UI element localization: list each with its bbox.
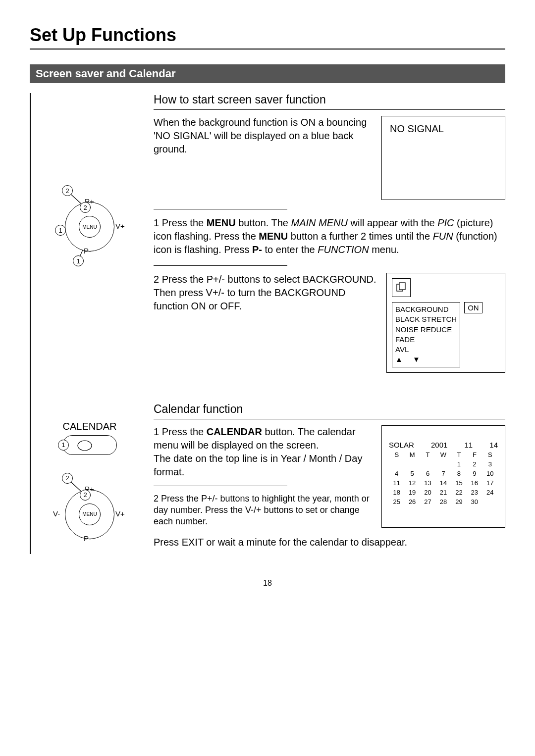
s1-m1: button. The bbox=[236, 217, 291, 228]
calendar-grid: SMTWTFS123456789101112131415161718192021… bbox=[389, 451, 498, 507]
function-menu-screen: BACKGROUND BLACK STRETCH NOISE REDUCE FA… bbox=[386, 273, 505, 373]
cal-day-cell: 25 bbox=[389, 498, 404, 505]
v-plus-label: V+ bbox=[115, 222, 125, 230]
cal-solar: SOLAR bbox=[389, 441, 414, 449]
s1-m2: will appear with the bbox=[348, 217, 437, 228]
cal-day-cell: 4 bbox=[389, 470, 404, 477]
s1-mm: MAIN MENU bbox=[291, 217, 348, 228]
cal-day-cell: 15 bbox=[451, 479, 467, 487]
no-signal-screen: NO SIGNAL bbox=[381, 116, 505, 200]
cal-day-cell: 21 bbox=[435, 489, 451, 496]
calendar-screen: SOLAR 2001 11 14 SMTWTFS1234567891011121… bbox=[381, 425, 505, 528]
menu-item-avl: AVL bbox=[395, 345, 457, 354]
cal-day-cell: 17 bbox=[482, 479, 498, 487]
cal-dow-cell: W bbox=[435, 451, 451, 458]
screensaver-intro: When the background function is ON a bou… bbox=[154, 116, 373, 200]
cal-day: 14 bbox=[489, 441, 498, 449]
calendar-button-diagram: 1 bbox=[62, 435, 117, 455]
s1-pre: 1 Press the bbox=[154, 217, 207, 228]
screensaver-step1: 1 Press the MENU button. The MAIN MENU w… bbox=[154, 216, 505, 256]
no-signal-text: NO SIGNAL bbox=[390, 123, 444, 134]
s1-menu: MENU bbox=[207, 217, 236, 228]
remote-diagram-bottom: MENU P+ P- V+ V- 2 2 bbox=[55, 470, 124, 554]
svg-point-3 bbox=[78, 441, 92, 451]
cal-day-cell: 29 bbox=[451, 498, 467, 505]
cal-day-cell: 22 bbox=[451, 489, 467, 496]
p-minus-label: P- bbox=[84, 247, 91, 255]
cal-day-cell: 19 bbox=[404, 489, 420, 496]
menu-item-fade: FADE bbox=[395, 335, 457, 345]
s1-end: menu. bbox=[369, 244, 399, 255]
remote-diagram-top: MENU P+ P- V+ 2 2 1 1 bbox=[55, 182, 124, 271]
cal-day-cell bbox=[404, 460, 420, 468]
cal-day-cell bbox=[482, 498, 498, 505]
left-column: MENU P+ P- V+ 2 2 1 1 CALENDAR 1 MENU P+… bbox=[30, 93, 144, 554]
calendar-step2: 2 Press the P+/- buttons to highlight th… bbox=[154, 493, 373, 528]
cal-day-cell: 30 bbox=[467, 498, 482, 505]
menu-button: MENU bbox=[79, 216, 101, 238]
cal-day-cell: 12 bbox=[404, 479, 420, 487]
divider-2 bbox=[154, 265, 287, 266]
main-layout: MENU P+ P- V+ 2 2 1 1 CALENDAR 1 MENU P+… bbox=[30, 93, 505, 554]
screensaver-heading: How to start screen saver function bbox=[154, 93, 505, 110]
callout-cal-1: 1 bbox=[58, 440, 69, 451]
calendar-label: CALENDAR bbox=[36, 421, 144, 432]
callout-2d: 2 bbox=[80, 490, 91, 501]
page-title: Set Up Functions bbox=[30, 25, 505, 50]
menu-arrows: ▲ ▼ bbox=[395, 354, 457, 364]
cal-day-cell: 20 bbox=[420, 489, 435, 496]
cal-year: 2001 bbox=[431, 441, 447, 449]
menu-item-noisereduce: NOISE REDUCE bbox=[395, 325, 457, 335]
cal-day-cell: 5 bbox=[404, 470, 420, 477]
callout-2c: 2 bbox=[62, 473, 73, 484]
cal-day-cell: 3 bbox=[482, 460, 498, 468]
cal-day-cell: 2 bbox=[467, 460, 482, 468]
menu-button-2: MENU bbox=[79, 504, 101, 525]
menu-value-on: ON bbox=[464, 302, 482, 313]
calendar-exit-note: Press EXIT or wait a minute for the cale… bbox=[154, 536, 505, 549]
cal-day-cell: 1 bbox=[451, 460, 467, 468]
cal-dow-cell: T bbox=[420, 451, 435, 458]
cal-day-cell: 8 bbox=[451, 470, 467, 477]
s1-m4: button a further 2 times until the bbox=[288, 231, 432, 242]
s1-fun: FUN bbox=[433, 231, 453, 242]
callout-1a: 1 bbox=[55, 225, 66, 236]
cal-day-cell: 26 bbox=[404, 498, 420, 505]
p-minus-label-2: P- bbox=[84, 534, 91, 543]
cal-day-cell bbox=[435, 460, 451, 468]
cal-day-cell bbox=[389, 460, 404, 468]
function-menu-icon bbox=[392, 278, 411, 297]
right-column: How to start screen saver function When … bbox=[154, 93, 505, 554]
s1-pm: P- bbox=[252, 244, 262, 255]
s1-menu2: MENU bbox=[259, 231, 288, 242]
s1-m6: to enter the bbox=[262, 244, 318, 255]
cal-dow-cell: M bbox=[404, 451, 420, 458]
cal-dow-cell: T bbox=[451, 451, 467, 458]
cal-month: 11 bbox=[464, 441, 473, 449]
calendar-heading: Calendar function bbox=[154, 403, 505, 419]
calendar-step1: 1 Press the CALENDAR button. The calenda… bbox=[154, 425, 373, 452]
s1-pic: PIC bbox=[437, 217, 454, 228]
callout-1b: 1 bbox=[73, 255, 84, 266]
divider-3 bbox=[154, 486, 287, 486]
cal-day-cell: 9 bbox=[467, 470, 482, 477]
function-menu-list: BACKGROUND BLACK STRETCH NOISE REDUCE FA… bbox=[392, 302, 460, 367]
screensaver-step2: 2 Press the P+/- buttons to select BACKG… bbox=[154, 273, 377, 373]
cal-day-cell: 18 bbox=[389, 489, 404, 496]
menu-item-background: BACKGROUND bbox=[395, 304, 457, 314]
v-minus-label-2: V- bbox=[53, 509, 60, 518]
calendar-step1-line2: The date on the top line is in Year / Mo… bbox=[154, 452, 373, 479]
callout-2b: 2 bbox=[80, 202, 91, 213]
cal-dow-cell: F bbox=[467, 451, 482, 458]
section-heading: Screen saver and Calendar bbox=[30, 64, 505, 83]
cal-day-cell bbox=[420, 460, 435, 468]
c1-pre: 1 Press the bbox=[154, 426, 207, 437]
cal-day-cell: 23 bbox=[467, 489, 482, 496]
cal-day-cell: 11 bbox=[389, 479, 404, 487]
cal-day-cell: 16 bbox=[467, 479, 482, 487]
cal-day-cell: 14 bbox=[435, 479, 451, 487]
cal-day-cell: 6 bbox=[420, 470, 435, 477]
cal-day-cell: 10 bbox=[482, 470, 498, 477]
cal-dow-cell: S bbox=[389, 451, 404, 458]
cal-day-cell: 28 bbox=[435, 498, 451, 505]
